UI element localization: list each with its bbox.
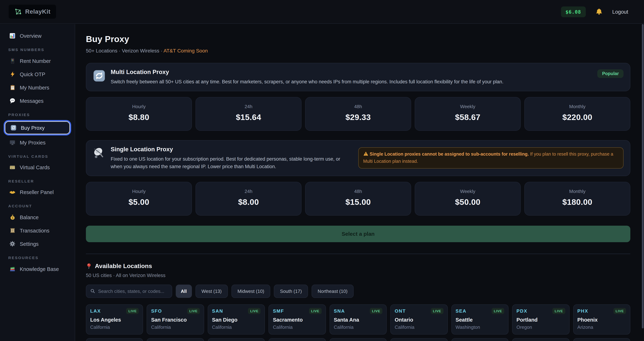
bell-icon[interactable] [595, 8, 602, 15]
price-value: $15.64 [196, 113, 301, 122]
location-card-ont[interactable]: ONTLIVEOntarioCalifornia [390, 304, 448, 334]
price-period-label: Monthly [525, 189, 630, 194]
price-tile-hourly[interactable]: Hourly$5.00 [86, 182, 192, 216]
location-card-phx[interactable]: PHXLIVEPhoenixArizona [573, 304, 630, 334]
sidebar-section-account: ACCOUNT [0, 199, 75, 210]
price-tile-monthly[interactable]: Monthly$220.00 [524, 97, 630, 131]
live-badge: LIVE [492, 308, 504, 314]
location-card-sna[interactable]: SNALIVESanta AnaCalifornia [330, 304, 387, 334]
subtitle-accent: AT&T Coming Soon [164, 48, 208, 54]
sidebar-item-label: Buy Proxy [21, 125, 44, 130]
brand-name: RelayKit [25, 8, 50, 15]
city-name: Portland [516, 317, 565, 323]
live-badge: LIVE [370, 308, 382, 314]
scrollbar-thumb[interactable] [642, 24, 644, 328]
location-card-mke[interactable]: MKELIVEMilwaukeeWisconsin [390, 338, 448, 341]
airport-code: ONT [394, 308, 406, 314]
main-content: Buy Proxy 50+ Locations · Verizon Wirele… [75, 24, 644, 341]
price-tile-weekly[interactable]: Weekly$58.67 [415, 97, 521, 131]
logout-button[interactable]: Logout [612, 9, 628, 14]
airport-code: SEA [456, 308, 466, 314]
price-value: $5.00 [86, 198, 192, 207]
state-name: California [212, 324, 261, 330]
city-name: Ontario [394, 317, 443, 323]
sidebar-item-virtual-cards[interactable]: Virtual Cards [0, 161, 75, 174]
sidebar-item-rent-number[interactable]: Rent Number [0, 54, 75, 68]
sidebar-item-label: Balance [20, 214, 39, 220]
sidebar-item-label: Rent Number [20, 58, 51, 64]
sidebar-item-quick-otp[interactable]: Quick OTP [0, 68, 75, 81]
plan-title: Single Location Proxy [111, 146, 353, 153]
multi-location-price-row: Hourly$8.8024h$15.6448h$29.33Weekly$58.6… [86, 97, 630, 131]
airport-code: SMF [273, 308, 284, 314]
select-plan-button[interactable]: Select a plan [86, 226, 630, 242]
bar-chart-icon [8, 33, 16, 39]
sidebar-item-knowledge-base[interactable]: Knowledge Base [0, 262, 75, 276]
price-tile-48h[interactable]: 48h$29.33 [305, 97, 411, 131]
filter-chip-south-17[interactable]: South (17) [274, 284, 308, 298]
sidebar-item-buy-proxy[interactable]: Buy Proxy [4, 120, 71, 136]
location-card-sea[interactable]: SEALIVESeattleWashington [451, 304, 508, 334]
page-subtitle: 50+ Locations · Verizon Wireless · AT&T … [86, 48, 630, 54]
sidebar-item-my-numbers[interactable]: My Numbers [0, 81, 75, 94]
airport-code: SNA [334, 308, 345, 314]
sidebar-item-balance[interactable]: $Balance [0, 210, 75, 224]
location-card-lax[interactable]: LAXLIVELos AngelesCalifornia [86, 304, 143, 334]
sidebar-section-resources: RESOURCES [0, 250, 75, 262]
sidebar-item-label: My Proxies [20, 140, 46, 146]
sidebar-item-label: Transactions [20, 228, 50, 234]
sidebar-nav: OverviewSMS NUMBERSRent NumberQuick OTPM… [0, 29, 75, 276]
price-value: $8.00 [196, 198, 301, 207]
subtitle-plain: 50+ Locations · Verizon Wireless · [86, 48, 164, 54]
reselling-warning: Single Location proxies cannot be assign… [358, 148, 624, 169]
location-card-smf[interactable]: SMFLIVESacramentoCalifornia [269, 304, 326, 334]
price-tile-24h[interactable]: 24h$8.00 [196, 182, 302, 216]
lightning-icon [8, 71, 16, 77]
location-card-den[interactable]: DENLIVEDenverColorado [147, 338, 204, 341]
sidebar-item-my-proxies[interactable]: My Proxies [0, 136, 75, 149]
sidebar-item-overview[interactable]: Overview [0, 29, 75, 42]
location-card-pdx[interactable]: PDXLIVEPortlandOregon [512, 304, 570, 334]
filter-chip-all[interactable]: All [176, 284, 192, 298]
price-tile-48h[interactable]: 48h$15.00 [305, 182, 411, 216]
sidebar-item-reseller-panel[interactable]: Reseller Panel [0, 186, 75, 199]
state-name: California [273, 324, 322, 330]
sidebar-item-messages[interactable]: Messages [0, 94, 75, 108]
multi-location-plan-card[interactable]: Multi Location Proxy Switch freely betwe… [86, 63, 630, 92]
filter-chip-northeast-10[interactable]: Northeast (10) [312, 284, 354, 298]
price-period-label: Weekly [415, 189, 520, 194]
location-card-msp[interactable]: MSPLIVEMinneapolisMinnesota [512, 338, 570, 341]
filter-chip-midwest-10[interactable]: Midwest (10) [231, 284, 270, 298]
price-period-label: 48h [306, 189, 411, 194]
price-tile-24h[interactable]: 24h$15.64 [196, 97, 302, 131]
filter-chip-west-13[interactable]: West (13) [195, 284, 228, 298]
location-card-abq[interactable]: ABQLIVEAlbuquerqueNew Mexico [269, 338, 326, 341]
monitor-icon [8, 140, 16, 146]
scrollbar-track [642, 24, 644, 341]
balance-pill[interactable]: $6.08 [561, 6, 586, 17]
airport-code: PHX [577, 308, 588, 314]
price-value: $15.00 [306, 198, 411, 207]
sidebar-section-sms-numbers: SMS NUMBERS [0, 42, 75, 54]
location-card-stl[interactable]: STLLIVESt. LouisMissouri [573, 338, 630, 341]
sidebar-item-settings[interactable]: Settings [0, 237, 75, 250]
location-card-las[interactable]: LASLIVELas VegasNevada [86, 338, 143, 341]
location-search-input[interactable] [98, 288, 168, 294]
location-card-hnl[interactable]: HNLLIVEHonoluluHawaii [208, 338, 265, 341]
price-tile-hourly[interactable]: Hourly$8.80 [86, 97, 192, 131]
location-card-dtw[interactable]: DTWLIVEDetroitMichigan [451, 338, 508, 341]
scroll-icon [8, 228, 16, 234]
price-tile-monthly[interactable]: Monthly$180.00 [524, 182, 630, 216]
location-grid: LAXLIVELos AngelesCaliforniaSFOLIVESan F… [86, 304, 630, 341]
mobile-phone-icon [8, 58, 16, 64]
single-location-plan-card[interactable]: Single Location Proxy Fixed to one US lo… [86, 140, 630, 176]
sidebar-item-transactions[interactable]: Transactions [0, 224, 75, 237]
location-search[interactable] [86, 284, 172, 298]
price-tile-weekly[interactable]: Weekly$50.00 [415, 182, 521, 216]
svg-text:$: $ [12, 216, 13, 220]
location-card-ord[interactable]: ORDLIVEChicagoIllinois [330, 338, 387, 341]
location-card-sfo[interactable]: SFOLIVESan FranciscoCalifornia [147, 304, 204, 334]
live-badge: LIVE [552, 308, 565, 314]
price-period-label: Hourly [86, 189, 192, 194]
location-card-san[interactable]: SANLIVESan DiegoCalifornia [208, 304, 265, 334]
